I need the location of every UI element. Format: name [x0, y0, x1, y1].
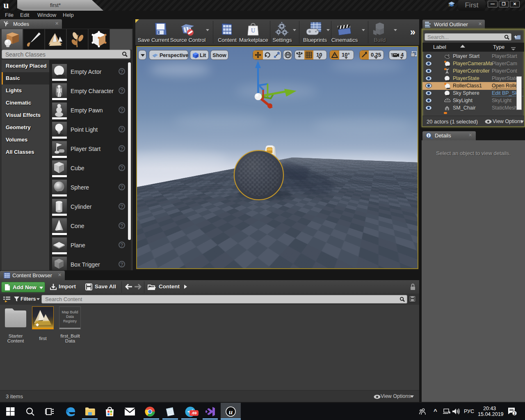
svg-text:i: i: [428, 133, 429, 138]
svg-text:Y: Y: [160, 254, 163, 259]
svg-text:x: x: [153, 253, 155, 258]
svg-text:Z: Z: [151, 244, 154, 249]
svg-text:U: U: [251, 27, 255, 34]
svg-text:u: u: [229, 408, 233, 416]
svg-text:+: +: [514, 34, 517, 40]
svg-text:2: 2: [514, 411, 516, 415]
